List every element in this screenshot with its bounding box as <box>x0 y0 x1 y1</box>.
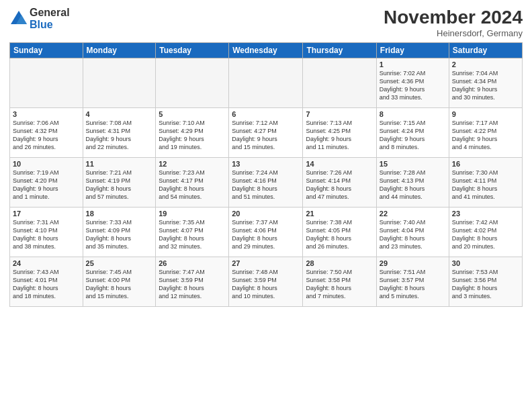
logo: General Blue <box>9 7 70 30</box>
day-cell: 11Sunrise: 7:21 AM Sunset: 4:19 PM Dayli… <box>83 158 156 208</box>
day-cell: 12Sunrise: 7:23 AM Sunset: 4:17 PM Dayli… <box>156 158 229 208</box>
day-number: 14 <box>306 160 373 168</box>
col-wednesday: Wednesday <box>229 43 303 58</box>
day-number: 1 <box>380 60 446 68</box>
day-info: Sunrise: 7:21 AM Sunset: 4:19 PM Dayligh… <box>86 169 153 201</box>
day-cell: 14Sunrise: 7:26 AM Sunset: 4:14 PM Dayli… <box>303 158 376 208</box>
day-number: 30 <box>452 259 519 267</box>
day-cell: 24Sunrise: 7:43 AM Sunset: 4:01 PM Dayli… <box>10 257 83 307</box>
col-friday: Friday <box>376 43 449 58</box>
day-cell: 3Sunrise: 7:06 AM Sunset: 4:32 PM Daylig… <box>10 108 83 158</box>
logo-general: General <box>30 7 70 19</box>
day-info: Sunrise: 7:45 AM Sunset: 4:00 PM Dayligh… <box>86 268 153 301</box>
day-cell: 25Sunrise: 7:45 AM Sunset: 4:00 PM Dayli… <box>83 257 156 307</box>
day-number: 21 <box>306 210 373 218</box>
day-info: Sunrise: 7:47 AM Sunset: 3:59 PM Dayligh… <box>159 268 226 301</box>
day-number: 7 <box>306 110 373 118</box>
day-info: Sunrise: 7:37 AM Sunset: 4:06 PM Dayligh… <box>232 218 300 251</box>
day-info: Sunrise: 7:13 AM Sunset: 4:25 PM Dayligh… <box>306 119 373 152</box>
day-cell: 16Sunrise: 7:30 AM Sunset: 4:11 PM Dayli… <box>449 158 522 208</box>
col-monday: Monday <box>83 43 156 58</box>
day-cell: 22Sunrise: 7:40 AM Sunset: 4:04 PM Dayli… <box>376 208 449 257</box>
day-cell: 26Sunrise: 7:47 AM Sunset: 3:59 PM Dayli… <box>156 257 229 307</box>
logo-blue: Blue <box>30 19 70 31</box>
day-info: Sunrise: 7:51 AM Sunset: 3:57 PM Dayligh… <box>380 268 446 301</box>
day-cell: 23Sunrise: 7:42 AM Sunset: 4:02 PM Dayli… <box>449 208 522 257</box>
day-cell: 1Sunrise: 7:02 AM Sunset: 4:36 PM Daylig… <box>376 58 449 108</box>
day-number: 16 <box>452 160 519 168</box>
day-info: Sunrise: 7:35 AM Sunset: 4:07 PM Dayligh… <box>159 218 226 251</box>
day-info: Sunrise: 7:43 AM Sunset: 4:01 PM Dayligh… <box>13 268 80 301</box>
day-number: 22 <box>380 210 446 218</box>
logo-icon <box>9 9 28 28</box>
day-cell: 9Sunrise: 7:17 AM Sunset: 4:22 PM Daylig… <box>449 108 522 158</box>
day-number: 2 <box>452 60 519 68</box>
day-cell: 29Sunrise: 7:51 AM Sunset: 3:57 PM Dayli… <box>376 257 449 307</box>
day-info: Sunrise: 7:04 AM Sunset: 4:34 PM Dayligh… <box>452 69 519 102</box>
day-info: Sunrise: 7:02 AM Sunset: 4:36 PM Dayligh… <box>380 69 446 102</box>
header: General Blue November 2024 Heinersdorf, … <box>9 7 523 38</box>
day-number: 8 <box>380 110 446 118</box>
day-cell: 7Sunrise: 7:13 AM Sunset: 4:25 PM Daylig… <box>303 108 376 158</box>
day-number: 10 <box>13 160 80 168</box>
day-number: 17 <box>13 210 80 218</box>
week-row-0: 1Sunrise: 7:02 AM Sunset: 4:36 PM Daylig… <box>10 58 523 108</box>
day-cell: 4Sunrise: 7:08 AM Sunset: 4:31 PM Daylig… <box>83 108 156 158</box>
logo-text: General Blue <box>30 7 70 30</box>
day-number: 29 <box>380 259 446 267</box>
day-info: Sunrise: 7:26 AM Sunset: 4:14 PM Dayligh… <box>306 169 373 201</box>
week-row-4: 24Sunrise: 7:43 AM Sunset: 4:01 PM Dayli… <box>10 257 523 307</box>
col-thursday: Thursday <box>303 43 376 58</box>
week-row-2: 10Sunrise: 7:19 AM Sunset: 4:20 PM Dayli… <box>10 158 523 208</box>
day-info: Sunrise: 7:38 AM Sunset: 4:05 PM Dayligh… <box>306 218 373 251</box>
day-cell: 21Sunrise: 7:38 AM Sunset: 4:05 PM Dayli… <box>303 208 376 257</box>
day-cell: 2Sunrise: 7:04 AM Sunset: 4:34 PM Daylig… <box>449 58 522 108</box>
page: General Blue November 2024 Heinersdorf, … <box>0 0 532 411</box>
col-tuesday: Tuesday <box>156 43 229 58</box>
day-info: Sunrise: 7:24 AM Sunset: 4:16 PM Dayligh… <box>232 169 300 201</box>
day-info: Sunrise: 7:42 AM Sunset: 4:02 PM Dayligh… <box>452 218 519 251</box>
day-number: 4 <box>86 110 153 118</box>
day-cell: 20Sunrise: 7:37 AM Sunset: 4:06 PM Dayli… <box>229 208 303 257</box>
day-info: Sunrise: 7:53 AM Sunset: 3:56 PM Dayligh… <box>452 268 519 301</box>
day-cell <box>10 58 83 108</box>
day-number: 24 <box>13 259 80 267</box>
day-cell <box>229 58 303 108</box>
day-number: 12 <box>159 160 226 168</box>
day-number: 27 <box>232 259 300 267</box>
day-cell: 15Sunrise: 7:28 AM Sunset: 4:13 PM Dayli… <box>376 158 449 208</box>
day-cell: 17Sunrise: 7:31 AM Sunset: 4:10 PM Dayli… <box>10 208 83 257</box>
week-row-3: 17Sunrise: 7:31 AM Sunset: 4:10 PM Dayli… <box>10 208 523 257</box>
day-info: Sunrise: 7:50 AM Sunset: 3:58 PM Dayligh… <box>306 268 373 301</box>
day-info: Sunrise: 7:08 AM Sunset: 4:31 PM Dayligh… <box>86 119 153 152</box>
week-row-1: 3Sunrise: 7:06 AM Sunset: 4:32 PM Daylig… <box>10 108 523 158</box>
calendar: Sunday Monday Tuesday Wednesday Thursday… <box>9 42 523 307</box>
day-number: 15 <box>380 160 446 168</box>
day-info: Sunrise: 7:10 AM Sunset: 4:29 PM Dayligh… <box>159 119 226 152</box>
day-cell <box>156 58 229 108</box>
day-cell: 18Sunrise: 7:33 AM Sunset: 4:09 PM Dayli… <box>83 208 156 257</box>
day-info: Sunrise: 7:31 AM Sunset: 4:10 PM Dayligh… <box>13 218 80 251</box>
day-info: Sunrise: 7:06 AM Sunset: 4:32 PM Dayligh… <box>13 119 80 152</box>
header-row: Sunday Monday Tuesday Wednesday Thursday… <box>10 43 523 58</box>
day-number: 9 <box>452 110 519 118</box>
day-number: 18 <box>86 210 153 218</box>
day-number: 5 <box>159 110 226 118</box>
col-sunday: Sunday <box>10 43 83 58</box>
day-cell: 10Sunrise: 7:19 AM Sunset: 4:20 PM Dayli… <box>10 158 83 208</box>
title-area: November 2024 Heinersdorf, Germany <box>384 7 523 38</box>
day-cell: 5Sunrise: 7:10 AM Sunset: 4:29 PM Daylig… <box>156 108 229 158</box>
day-cell: 19Sunrise: 7:35 AM Sunset: 4:07 PM Dayli… <box>156 208 229 257</box>
day-cell: 30Sunrise: 7:53 AM Sunset: 3:56 PM Dayli… <box>449 257 522 307</box>
day-cell: 8Sunrise: 7:15 AM Sunset: 4:24 PM Daylig… <box>376 108 449 158</box>
day-info: Sunrise: 7:15 AM Sunset: 4:24 PM Dayligh… <box>380 119 446 152</box>
day-number: 11 <box>86 160 153 168</box>
month-title: November 2024 <box>384 7 523 28</box>
day-number: 3 <box>13 110 80 118</box>
day-number: 13 <box>232 160 300 168</box>
day-cell: 6Sunrise: 7:12 AM Sunset: 4:27 PM Daylig… <box>229 108 303 158</box>
day-number: 20 <box>232 210 300 218</box>
day-info: Sunrise: 7:23 AM Sunset: 4:17 PM Dayligh… <box>159 169 226 201</box>
day-info: Sunrise: 7:28 AM Sunset: 4:13 PM Dayligh… <box>380 169 446 201</box>
location: Heinersdorf, Germany <box>384 28 523 38</box>
